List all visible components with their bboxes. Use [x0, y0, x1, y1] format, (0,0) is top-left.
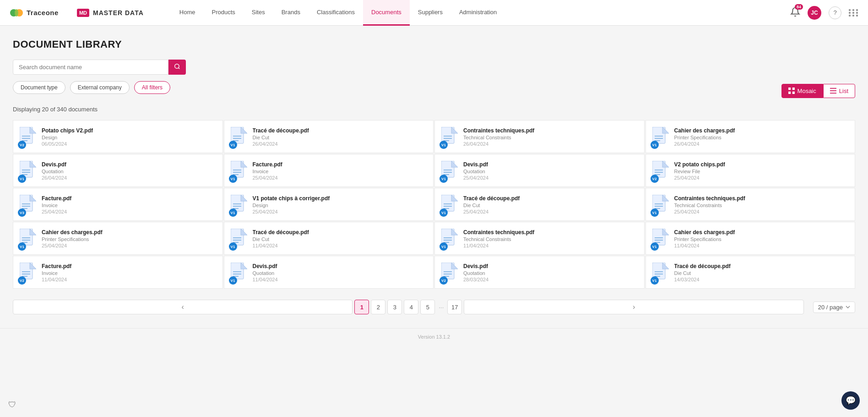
nav-item-administration[interactable]: Administration: [451, 0, 505, 26]
svg-rect-7: [788, 92, 791, 94]
search-button[interactable]: [168, 60, 186, 75]
version-badge: V1: [229, 242, 237, 251]
per-page-selector[interactable]: 20 / page: [813, 302, 855, 313]
page-button-5[interactable]: 5: [420, 300, 435, 314]
doc-name: V2 potato chips.pdf: [674, 161, 849, 168]
doc-type: Technical Constraints: [463, 135, 638, 140]
document-card[interactable]: V1 Cahier des charges.pdf Printer Specif…: [13, 222, 223, 255]
doc-name: Facture.pdf: [42, 263, 216, 269]
doc-icon-wrap: V1: [652, 229, 669, 249]
document-card[interactable]: V1 Cahier des charges.pdf Printer Specif…: [646, 222, 856, 255]
next-page-button[interactable]: ›: [464, 300, 803, 314]
doc-info: Tracé de découpe.pdf Die Cut 25/04/2024: [463, 195, 638, 214]
prev-page-button[interactable]: ‹: [13, 300, 353, 314]
document-card[interactable]: V2 Potato chips V2.pdf Design 06/05/2024: [13, 120, 223, 153]
doc-name: Contraintes techniques.pdf: [463, 229, 638, 236]
apps-grid-button[interactable]: [849, 9, 859, 16]
document-card[interactable]: V3 Facture.pdf Invoice 25/04/2024: [13, 188, 223, 221]
doc-info: Contraintes techniques.pdf Technical Con…: [463, 229, 638, 248]
document-card[interactable]: V1 Contraintes techniques.pdf Technical …: [646, 188, 856, 221]
doc-date: 11/04/2024: [253, 243, 427, 248]
doc-date: 25/04/2024: [253, 209, 427, 214]
version-badge: V1: [651, 276, 659, 285]
doc-info: Devis.pdf Quotation 28/03/2024: [463, 263, 638, 282]
doc-info: V1 potate chips à corriger.pdf Design 25…: [253, 195, 427, 214]
doc-date: 25/04/2024: [674, 175, 849, 181]
page-button-2[interactable]: 2: [371, 300, 385, 314]
list-view-button[interactable]: List: [823, 84, 855, 98]
nav-item-home[interactable]: Home: [171, 0, 204, 26]
document-card[interactable]: V2 Devis.pdf Quotation 28/03/2024: [434, 256, 645, 289]
notification-badge: 84: [795, 4, 803, 10]
doc-icon-wrap: V1: [20, 229, 36, 249]
doc-name: Cahier des charges.pdf: [674, 229, 849, 236]
mosaic-view-button[interactable]: Mosaic: [781, 84, 823, 98]
document-card[interactable]: V1 V1 potate chips à corriger.pdf Design…: [224, 188, 434, 221]
document-card[interactable]: V1 Facture.pdf Invoice 25/04/2024: [224, 154, 434, 187]
nav-item-brands[interactable]: Brands: [273, 0, 309, 26]
doc-date: 26/04/2024: [463, 141, 638, 147]
document-card[interactable]: V1 Tracé de découpe.pdf Die Cut 11/04/20…: [224, 222, 434, 255]
app-brand: MD MASTER DATA: [77, 9, 144, 17]
doc-date: 11/04/2024: [463, 243, 638, 248]
version-badge: V1: [439, 208, 448, 217]
doc-type: Quotation: [42, 169, 216, 174]
svg-rect-10: [830, 90, 836, 91]
doc-icon-wrap: V1: [441, 127, 458, 147]
doc-info: Devis.pdf Quotation 25/04/2024: [463, 161, 638, 181]
document-card[interactable]: V1 Tracé de découpe.pdf Die Cut 26/04/20…: [224, 120, 434, 153]
filters-row: Document type External company All filte…: [13, 81, 170, 94]
all-filters-button[interactable]: All filters: [134, 81, 170, 94]
svg-rect-11: [830, 93, 836, 93]
app-icon: MD: [77, 9, 89, 17]
version-badge: V1: [18, 242, 26, 251]
svg-point-3: [175, 64, 179, 68]
document-card[interactable]: V1 Tracé de découpe.pdf Die Cut 25/04/20…: [434, 188, 645, 221]
logo[interactable]: Traceone: [9, 5, 59, 20]
doc-name: Potato chips V2.pdf: [42, 127, 216, 134]
doc-info: Cahier des charges.pdf Printer Specifica…: [674, 229, 849, 248]
document-count: Displaying 20 of 340 documents: [13, 106, 855, 113]
page-title: DOCUMENT LIBRARY: [13, 38, 855, 50]
document-card[interactable]: V1 Tracé de découpe.pdf Die Cut 14/03/20…: [646, 256, 856, 289]
nav-item-sites[interactable]: Sites: [244, 0, 273, 26]
doc-name: V1 potate chips à corriger.pdf: [253, 195, 427, 202]
doc-date: 25/04/2024: [253, 175, 427, 181]
document-card[interactable]: V1 Contraintes techniques.pdf Technical …: [434, 120, 645, 153]
document-card[interactable]: V1 Devis.pdf Quotation 11/04/2024: [224, 256, 434, 289]
document-card[interactable]: V1 Devis.pdf Quotation 25/04/2024: [434, 154, 645, 187]
svg-point-2: [15, 9, 18, 16]
nav-item-suppliers[interactable]: Suppliers: [410, 0, 451, 26]
document-card[interactable]: V1 Contraintes techniques.pdf Technical …: [434, 222, 645, 255]
doc-name: Devis.pdf: [463, 161, 638, 168]
doc-type: Design: [253, 203, 427, 208]
nav-item-documents[interactable]: Documents: [363, 0, 410, 26]
doc-name: Tracé de découpe.pdf: [253, 127, 427, 134]
nav-item-classifications[interactable]: Classifications: [309, 0, 363, 26]
document-card[interactable]: V2 Facture.pdf Invoice 11/04/2024: [13, 256, 223, 289]
notification-button[interactable]: 84: [790, 7, 800, 18]
doc-name: Cahier des charges.pdf: [674, 127, 849, 134]
page-button-4[interactable]: 4: [404, 300, 418, 314]
doc-date: 11/04/2024: [674, 243, 849, 248]
doc-date: 25/04/2024: [674, 209, 849, 214]
help-button[interactable]: ?: [829, 6, 841, 19]
document-card[interactable]: V2 V2 potato chips.pdf Review File 25/04…: [646, 154, 856, 187]
last-page-button[interactable]: 17: [447, 300, 462, 314]
external-company-filter[interactable]: External company: [70, 81, 130, 94]
document-type-filter[interactable]: Document type: [13, 81, 65, 94]
search-input[interactable]: [13, 60, 168, 75]
doc-type: Quotation: [463, 169, 638, 174]
document-card[interactable]: V1 Cahier des charges.pdf Printer Specif…: [646, 120, 856, 153]
nav-item-products[interactable]: Products: [203, 0, 243, 26]
doc-type: Die Cut: [253, 236, 427, 242]
avatar[interactable]: JC: [808, 6, 821, 20]
app-name: MASTER DATA: [93, 9, 144, 16]
svg-line-4: [179, 68, 180, 69]
search-row: [13, 60, 855, 75]
page-button-1[interactable]: 1: [354, 300, 369, 314]
doc-date: 25/04/2024: [42, 243, 216, 248]
page-button-3[interactable]: 3: [387, 300, 402, 314]
doc-type: Technical Constraints: [674, 203, 849, 208]
document-card[interactable]: V1 Devis.pdf Quotation 26/04/2024: [13, 154, 223, 187]
